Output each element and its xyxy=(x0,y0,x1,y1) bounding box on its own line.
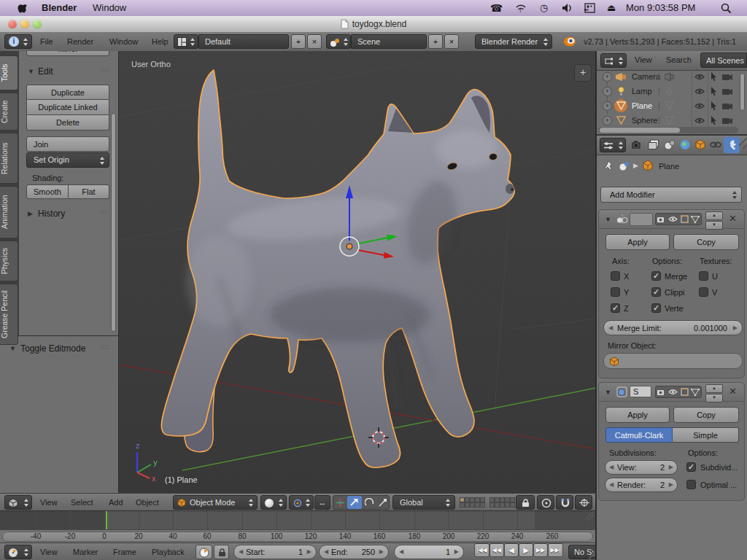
duplicate-button[interactable]: Duplicate xyxy=(26,85,109,100)
current-frame-field[interactable]: ◀ 1 ▶ xyxy=(394,545,464,559)
scale-manipulator-icon[interactable] xyxy=(378,498,387,508)
panel-collapse-icon[interactable]: ▼ xyxy=(9,345,16,352)
outliner-row-plane[interactable]: + Plane | xyxy=(597,99,740,114)
use-preview-range-button[interactable] xyxy=(196,545,212,559)
menubar-clock[interactable]: Mon 9:03:58 PM xyxy=(626,0,695,16)
shade-flat-button[interactable]: Flat xyxy=(69,184,109,199)
stepper-right-icon[interactable]: ▶ xyxy=(669,481,673,488)
renderability-camera-icon[interactable] xyxy=(722,102,732,110)
stepper-right-icon[interactable]: ▶ xyxy=(379,548,384,555)
tool-tab-relations[interactable]: Relations xyxy=(0,133,18,184)
mirror-y-checkbox[interactable] xyxy=(611,287,620,297)
subsurf-apply-button[interactable]: Apply xyxy=(605,407,670,423)
viewport-menu-view[interactable]: View xyxy=(40,494,58,511)
time-machine-icon[interactable]: ◷ xyxy=(540,0,548,16)
outliner-menu-view[interactable]: View xyxy=(635,51,652,70)
mirror-u-checkbox[interactable] xyxy=(699,271,708,281)
expand-icon[interactable]: + xyxy=(603,116,612,125)
mirror-vgroups-checkbox[interactable] xyxy=(651,303,661,313)
delete-scene-button[interactable]: × xyxy=(444,34,459,49)
object-name[interactable]: Lamp xyxy=(632,87,652,96)
timeline-track[interactable] xyxy=(0,510,596,530)
add-scene-button[interactable]: + xyxy=(428,34,443,49)
render-snapshot-button[interactable] xyxy=(575,495,592,510)
eye-toggle-icon[interactable] xyxy=(668,389,678,395)
visibility-eye-icon[interactable] xyxy=(694,103,705,109)
layers-widget[interactable] xyxy=(460,497,515,508)
shade-smooth-button[interactable]: Smooth xyxy=(26,184,69,199)
play-button[interactable]: ▶ xyxy=(519,543,533,557)
start-frame-field[interactable]: ◀ Start: 1 ▶ xyxy=(233,545,317,559)
viewport-menu-object[interactable]: Object xyxy=(136,494,159,511)
tab-render-icon[interactable] xyxy=(632,140,643,150)
modifier-delete-icon[interactable]: ✕ xyxy=(729,214,737,223)
tool-tab-create[interactable]: Create xyxy=(0,93,18,131)
eject-icon[interactable]: ⏏ xyxy=(607,0,616,16)
renderability-camera-icon[interactable] xyxy=(722,73,732,81)
end-frame-field[interactable]: ◀ End: 250 ▶ xyxy=(319,545,389,559)
stepper-left-icon[interactable]: ◀ xyxy=(324,548,328,555)
panel-drag-handle[interactable]: ∷∷ xyxy=(101,343,110,351)
timeline-menu-view[interactable]: View xyxy=(40,543,58,560)
outliner-vscrollbar[interactable] xyxy=(740,73,745,111)
merge-limit-field[interactable]: ◀ Merge Limit: 0.001000 ▶ xyxy=(603,320,743,335)
editor-type-button-properties[interactable] xyxy=(600,138,626,152)
menubar-app-menu[interactable]: Blender xyxy=(42,0,77,16)
screen-layout-field[interactable]: Default xyxy=(198,34,289,49)
delete-layout-button[interactable]: × xyxy=(307,34,322,49)
volume-icon[interactable] xyxy=(562,3,574,13)
manipulator-toggle-button[interactable]: ↔ xyxy=(314,495,330,510)
duplicate-linked-button[interactable]: Duplicate Linked xyxy=(26,100,109,115)
lock-frame-button[interactable] xyxy=(214,545,229,559)
mirror-object-field[interactable] xyxy=(603,353,743,369)
tool-tab-tools[interactable]: Tools xyxy=(0,55,18,90)
scene-field[interactable]: Scene xyxy=(351,34,427,49)
scene-icon-button[interactable] xyxy=(326,34,351,49)
lock-to-scene-button[interactable] xyxy=(516,495,535,510)
mirror-x-checkbox[interactable] xyxy=(611,271,620,281)
mirror-z-checkbox[interactable] xyxy=(611,303,620,313)
spotlight-icon[interactable] xyxy=(721,3,732,14)
stepper-left-icon[interactable]: ◀ xyxy=(239,548,243,555)
editmode-toggle-icon[interactable] xyxy=(681,215,689,223)
outliner-menu-search[interactable]: Search xyxy=(666,51,692,70)
visibility-eye-icon[interactable] xyxy=(694,117,705,124)
modifier-name-field[interactable] xyxy=(630,213,653,226)
visibility-eye-icon[interactable] xyxy=(694,88,705,95)
timeline-ruler[interactable]: -40 -20 0 20 40 60 80 100 120 140 160 18… xyxy=(0,529,596,543)
subdivision-type-simple-button[interactable]: Simple xyxy=(673,427,739,443)
menu-render[interactable]: Render xyxy=(67,32,93,51)
editmode-toggle-icon[interactable] xyxy=(681,388,689,396)
tool-shelf-scrollbar[interactable] xyxy=(111,113,116,332)
viewport-shading-dropdown[interactable] xyxy=(260,495,287,510)
cage-toggle-icon[interactable] xyxy=(691,216,700,223)
history-collapse-icon[interactable]: ▶ xyxy=(28,210,33,217)
pin-icon[interactable] xyxy=(603,160,614,171)
subsurf-view-field[interactable]: ◀ View: 2 ▶ xyxy=(605,460,678,475)
subsurf-copy-button[interactable]: Copy xyxy=(673,407,739,423)
stepper-left-icon[interactable]: ◀ xyxy=(609,464,614,470)
cage-toggle-icon[interactable] xyxy=(691,389,700,396)
timeline-menu-frame[interactable]: Frame xyxy=(113,543,136,560)
stepper-left-icon[interactable]: ◀ xyxy=(608,324,613,331)
mesh-data-icon[interactable] xyxy=(665,116,674,125)
stepper-right-icon[interactable]: ▶ xyxy=(454,548,459,555)
jump-to-end-button[interactable]: ▶▶| xyxy=(548,543,563,557)
selectability-arrow-icon[interactable] xyxy=(711,72,718,82)
mirror-apply-button[interactable]: Apply xyxy=(605,234,670,250)
jump-to-start-button[interactable]: |◀◀ xyxy=(474,543,489,557)
apple-icon[interactable] xyxy=(18,3,28,14)
eye-toggle-icon[interactable] xyxy=(668,216,678,222)
add-modifier-dropdown[interactable]: Add Modifier xyxy=(600,187,742,203)
selectability-arrow-icon[interactable] xyxy=(711,87,718,96)
expand-icon[interactable]: + xyxy=(603,101,612,111)
tool-tab-animation[interactable]: Animation xyxy=(0,186,18,238)
subdivision-type-catmull-button[interactable]: Catmull-Clark xyxy=(605,427,673,443)
selectability-arrow-icon[interactable] xyxy=(711,101,718,111)
edit-panel-title[interactable]: Edit xyxy=(38,66,53,77)
menubar-window-menu[interactable]: Window xyxy=(93,0,126,16)
tab-scene-icon[interactable] xyxy=(664,139,676,150)
menu-help[interactable]: Help xyxy=(152,32,169,51)
prev-keyframe-button[interactable]: ◀◀ xyxy=(489,543,504,557)
visibility-eye-icon[interactable] xyxy=(694,74,705,80)
